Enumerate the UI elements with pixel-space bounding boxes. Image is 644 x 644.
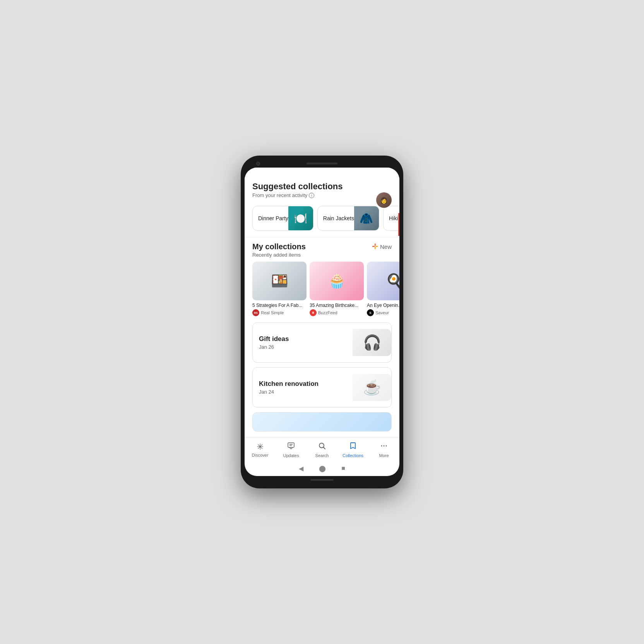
nav-more[interactable]: More bbox=[368, 442, 399, 458]
system-nav: ◀ ⬤ ■ bbox=[245, 462, 399, 476]
phone-device: 👩 Suggested collections From your recent… bbox=[241, 156, 403, 488]
item-title-0: 5 Strategies For A Fab... bbox=[252, 303, 307, 308]
speaker-grille bbox=[307, 163, 337, 164]
bf-badge bbox=[310, 309, 317, 316]
chip-hiking-boots[interactable]: Hiking Boots 🥾 bbox=[383, 206, 399, 231]
item-card-2[interactable]: 🍳 An Eye Openin... S Saveur bbox=[367, 262, 399, 316]
item-image-1: 🧁 bbox=[310, 262, 364, 300]
nav-collections[interactable]: Collections bbox=[337, 442, 368, 458]
header-wrapper: 👩 Suggested collections From your recent… bbox=[245, 177, 399, 237]
home-button[interactable]: ⬤ bbox=[319, 465, 326, 472]
bottom-nav: ✳ Discover Updates bbox=[245, 437, 399, 462]
collections-label: Collections bbox=[343, 453, 363, 458]
item-source-0: RS Real Simple bbox=[252, 309, 307, 316]
item-card-0[interactable]: 🍱 5 Strategies For A Fab... RS Real Simp… bbox=[252, 262, 307, 316]
collection-card-partial[interactable] bbox=[252, 412, 392, 432]
my-collections-title: My collections bbox=[252, 242, 306, 251]
collection-card-kitchen[interactable]: Kitchen renovation Jan 24 ☕ bbox=[252, 367, 392, 408]
discover-label: Discover bbox=[252, 453, 269, 457]
collection-img-gift: 🎧 bbox=[353, 329, 391, 356]
chip-dinner-party[interactable]: Dinner Party 🍽️ bbox=[252, 206, 313, 231]
svg-line-5 bbox=[324, 447, 325, 449]
svg-rect-1 bbox=[288, 443, 294, 447]
more-label: More bbox=[379, 453, 389, 458]
collection-card-gift-ideas[interactable]: Gift ideas Jan 26 🎧 bbox=[252, 322, 392, 363]
discover-icon: ✳ bbox=[257, 442, 264, 452]
avatar[interactable]: 👩 bbox=[376, 192, 392, 208]
item-source-2: S Saveur bbox=[367, 309, 399, 316]
nav-updates[interactable]: Updates bbox=[276, 442, 307, 458]
info-icon[interactable]: i bbox=[309, 193, 314, 198]
item-title-1: 35 Amazing Birthcake... bbox=[310, 303, 364, 308]
screen-content[interactable]: 👩 Suggested collections From your recent… bbox=[245, 168, 399, 437]
search-label: Search bbox=[315, 453, 329, 458]
item-card-1[interactable]: 🧁 35 Amazing Birthcake... BuzzFeed bbox=[310, 262, 364, 316]
phone-bottom bbox=[310, 476, 334, 484]
item-title-2: An Eye Openin... bbox=[367, 303, 399, 308]
phone-screen: 👩 Suggested collections From your recent… bbox=[245, 168, 399, 476]
status-bar bbox=[245, 168, 399, 177]
camera-dot bbox=[256, 162, 260, 166]
svg-point-8 bbox=[386, 445, 387, 447]
phone-top-bar bbox=[245, 160, 399, 168]
recents-button[interactable]: ■ bbox=[341, 465, 345, 472]
scroll-indicator bbox=[398, 213, 399, 236]
svg-point-7 bbox=[384, 445, 385, 447]
collection-info-kitchen: Kitchen renovation Jan 24 bbox=[259, 380, 353, 395]
suggested-title: Suggested collections bbox=[252, 182, 392, 192]
nav-discover[interactable]: ✳ Discover bbox=[245, 442, 276, 457]
rs-badge: RS bbox=[252, 309, 259, 316]
new-label: New bbox=[380, 243, 392, 250]
chip-jacket-image: 🧥 bbox=[354, 206, 379, 231]
avatar-image: 👩 bbox=[376, 192, 392, 208]
item-source-1: BuzzFeed bbox=[310, 309, 364, 316]
search-icon bbox=[318, 442, 326, 452]
recently-added-label: Recently added items bbox=[245, 252, 399, 258]
item-image-2: 🍳 bbox=[367, 262, 399, 300]
sv-badge: S bbox=[367, 309, 374, 316]
collection-img-kitchen: ☕ bbox=[353, 374, 391, 401]
back-button[interactable]: ◀ bbox=[299, 465, 303, 472]
section-divider bbox=[245, 237, 399, 237]
collection-name-gift: Gift ideas bbox=[259, 335, 353, 343]
suggested-chips-container: Dinner Party 🍽️ Rain Jackets 🧥 Hiking Bo… bbox=[245, 201, 399, 237]
collection-name-kitchen: Kitchen renovation bbox=[259, 380, 353, 388]
chip-food-image: 🍽️ bbox=[288, 206, 313, 231]
plus-icon: ✛ bbox=[372, 242, 379, 251]
collection-date-gift: Jan 26 bbox=[259, 344, 353, 350]
collection-date-kitchen: Jan 24 bbox=[259, 389, 353, 395]
chip-rain-jackets[interactable]: Rain Jackets 🧥 bbox=[317, 206, 379, 231]
collections-icon bbox=[349, 442, 357, 452]
my-collections-header: My collections ✛ New bbox=[245, 242, 399, 251]
svg-point-6 bbox=[381, 445, 382, 447]
more-icon bbox=[380, 442, 388, 452]
nav-search[interactable]: Search bbox=[307, 442, 337, 458]
bottom-speaker bbox=[310, 479, 334, 481]
new-collection-button[interactable]: ✛ New bbox=[372, 242, 392, 251]
items-scroll-container[interactable]: 🍱 5 Strategies For A Fab... RS Real Simp… bbox=[245, 262, 399, 322]
suggested-subtitle: From your recent activity i bbox=[252, 192, 392, 198]
updates-label: Updates bbox=[283, 453, 299, 458]
updates-icon bbox=[287, 442, 295, 452]
collection-info-gift: Gift ideas Jan 26 bbox=[259, 335, 353, 350]
item-image-0: 🍱 bbox=[252, 262, 307, 300]
